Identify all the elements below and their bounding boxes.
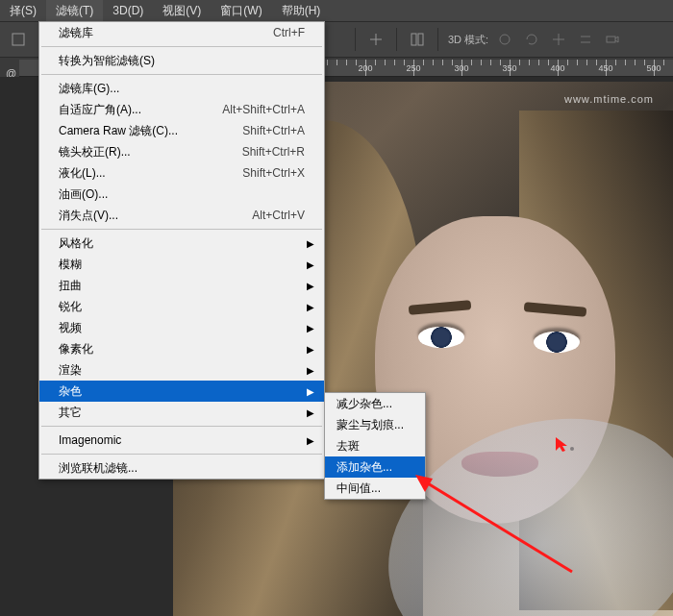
menu-item-label: Imagenomic <box>59 433 305 447</box>
menu-item-label: 模糊 <box>59 257 305 273</box>
menu-view[interactable]: 视图(V) <box>153 0 211 22</box>
menu-item-label: 液化(L)... <box>59 165 242 182</box>
submenu-arrow-icon: ▶ <box>307 302 314 312</box>
svg-point-4 <box>500 35 510 44</box>
pan-icon[interactable] <box>548 29 569 50</box>
orbit-icon[interactable] <box>494 29 515 50</box>
menu-item[interactable]: 像素化▶ <box>39 338 324 359</box>
submenu-item-label: 减少杂色... <box>336 396 413 412</box>
menu-item[interactable]: 视频▶ <box>39 317 324 338</box>
camera-icon[interactable] <box>602 29 623 50</box>
menu-separator <box>41 46 322 47</box>
menu-3d[interactable]: 3D(D) <box>103 1 153 20</box>
menu-item[interactable]: 风格化▶ <box>39 233 324 254</box>
menu-item[interactable]: 扭曲▶ <box>39 275 324 296</box>
submenu-arrow-icon: ▶ <box>307 407 314 418</box>
menu-item-label: 风格化 <box>59 235 305 252</box>
menu-item[interactable]: 转换为智能滤镜(S) <box>39 50 324 71</box>
rotate-icon[interactable] <box>521 29 542 50</box>
menu-separator <box>41 426 322 427</box>
menu-item-label: 杂色 <box>59 383 305 400</box>
mode3d-label: 3D 模式: <box>448 33 488 47</box>
submenu-arrow-icon: ▶ <box>307 365 314 376</box>
submenu-item-label: 蒙尘与划痕... <box>336 417 413 433</box>
menu-window[interactable]: 窗口(W) <box>211 0 271 22</box>
menu-item-shortcut: Shift+Ctrl+R <box>242 145 305 159</box>
toolbar-btn-2[interactable] <box>365 29 386 50</box>
submenu-arrow-icon: ▶ <box>307 259 314 270</box>
submenu-item-label: 中间值... <box>336 480 413 497</box>
annotation-cursor-icon <box>556 437 571 453</box>
submenu-item[interactable]: 减少杂色... <box>325 393 425 414</box>
menu-separator <box>41 229 322 230</box>
menu-item-label: 滤镜库 <box>59 25 273 41</box>
menu-item-label: Camera Raw 滤镜(C)... <box>59 123 242 139</box>
submenu-item-label: 添加杂色... <box>336 459 413 476</box>
submenu-item[interactable]: 去斑 <box>325 435 425 456</box>
menu-item-label: 浏览联机滤镜... <box>59 460 305 477</box>
noise-submenu: 减少杂色...蒙尘与划痕...去斑添加杂色...中间值... <box>324 392 426 500</box>
submenu-item-label: 去斑 <box>336 438 413 455</box>
submenu-arrow-icon: ▶ <box>307 281 314 291</box>
svg-rect-0 <box>12 34 24 45</box>
menu-item[interactable]: 其它▶ <box>39 402 324 423</box>
menu-item-label: 消失点(V)... <box>59 208 252 224</box>
submenu-arrow-icon: ▶ <box>307 435 314 446</box>
menu-item-label: 油画(O)... <box>59 186 305 203</box>
menu-item[interactable]: 渲染▶ <box>39 359 324 381</box>
menu-item-shortcut: Ctrl+F <box>273 26 305 39</box>
menu-separator <box>41 74 322 75</box>
menu-help[interactable]: 帮助(H) <box>272 0 331 22</box>
menu-item-label: 镜头校正(R)... <box>59 144 242 160</box>
menu-item-label: 其它 <box>59 405 305 421</box>
submenu-arrow-icon: ▶ <box>307 323 314 333</box>
menu-item-label: 视频 <box>59 320 305 336</box>
menu-item[interactable]: 滤镜库(G)... <box>39 78 324 99</box>
menu-item[interactable]: 液化(L)...Shift+Ctrl+X <box>39 162 324 184</box>
menu-item[interactable]: 自适应广角(A)...Alt+Shift+Ctrl+A <box>39 99 324 120</box>
tool-icon[interactable] <box>8 29 29 50</box>
menu-item[interactable]: 模糊▶ <box>39 254 324 275</box>
menu-item-shortcut: Alt+Ctrl+V <box>252 209 305 222</box>
menu-item-label: 扭曲 <box>59 278 305 294</box>
menubar: 择(S) 滤镜(T) 3D(D) 视图(V) 窗口(W) 帮助(H) <box>0 0 673 21</box>
submenu-item[interactable]: 添加杂色... <box>325 456 425 478</box>
slide-icon[interactable] <box>575 29 596 50</box>
svg-rect-2 <box>411 34 416 45</box>
menu-item-label: 锐化 <box>59 299 305 315</box>
toolbar-btn-3[interactable] <box>407 29 428 50</box>
menu-item-shortcut: Shift+Ctrl+X <box>242 166 305 180</box>
menu-item[interactable]: 油画(O)... <box>39 184 324 205</box>
menu-item[interactable]: 滤镜库Ctrl+F <box>39 22 324 43</box>
menu-separator <box>41 454 322 455</box>
menu-item-label: 渲染 <box>59 362 305 379</box>
menu-item[interactable]: 锐化▶ <box>39 296 324 317</box>
menu-item-label: 转换为智能滤镜(S) <box>59 53 305 69</box>
svg-rect-5 <box>607 37 615 42</box>
menu-item[interactable]: 杂色▶ <box>39 381 324 402</box>
submenu-arrow-icon: ▶ <box>307 344 314 355</box>
menu-item[interactable]: 浏览联机滤镜... <box>39 457 324 479</box>
menu-item-label: 滤镜库(G)... <box>59 81 305 97</box>
menu-item[interactable]: Imagenomic▶ <box>39 430 324 451</box>
menu-item-label: 自适应广角(A)... <box>59 102 222 118</box>
submenu-arrow-icon: ▶ <box>307 386 314 397</box>
filter-menu: 滤镜库Ctrl+F转换为智能滤镜(S)滤镜库(G)...自适应广角(A)...A… <box>38 21 325 480</box>
menu-item[interactable]: 镜头校正(R)...Shift+Ctrl+R <box>39 141 324 162</box>
submenu-item[interactable]: 蒙尘与划痕... <box>325 414 425 435</box>
submenu-item[interactable]: 中间值... <box>325 478 425 499</box>
submenu-arrow-icon: ▶ <box>307 238 314 249</box>
menu-filter[interactable]: 滤镜(T) <box>46 0 103 22</box>
menu-item-shortcut: Alt+Shift+Ctrl+A <box>222 103 305 116</box>
svg-rect-3 <box>418 34 423 45</box>
menu-item-label: 像素化 <box>59 341 305 357</box>
svg-marker-8 <box>556 437 567 452</box>
watermark: www.mtime.com <box>564 93 654 105</box>
menu-item-shortcut: Shift+Ctrl+A <box>242 124 305 137</box>
menu-item[interactable]: Camera Raw 滤镜(C)...Shift+Ctrl+A <box>39 120 324 141</box>
menu-select[interactable]: 择(S) <box>0 0 46 22</box>
menu-item[interactable]: 消失点(V)...Alt+Ctrl+V <box>39 205 324 226</box>
